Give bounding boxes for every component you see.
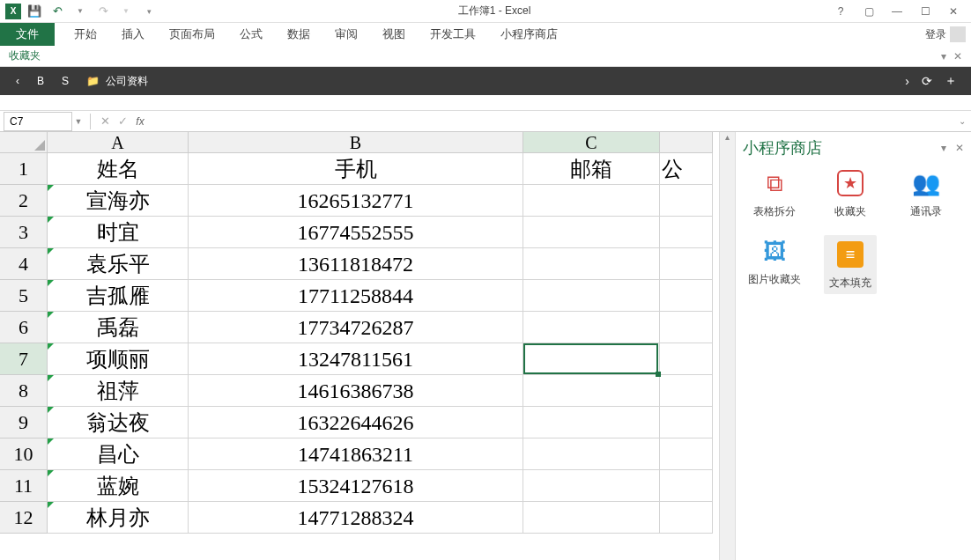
cell[interactable]: 16265132771	[189, 185, 523, 217]
cell[interactable]	[523, 280, 660, 312]
cell[interactable]: 13611818472	[189, 248, 523, 280]
cell[interactable]	[660, 280, 713, 312]
favbar-close-icon[interactable]: ✕	[953, 50, 962, 63]
cell[interactable]: 14771288324	[189, 502, 523, 534]
cell[interactable]: 15324127618	[189, 470, 523, 502]
accept-formula-icon[interactable]: ✓	[114, 114, 131, 128]
formula-input[interactable]	[149, 112, 953, 131]
row-header[interactable]: 6	[0, 312, 48, 343]
cell[interactable]	[660, 217, 713, 248]
row-header[interactable]: 4	[0, 248, 48, 280]
cell[interactable]: 姓名	[48, 153, 189, 185]
row-header[interactable]: 10	[0, 438, 48, 470]
vertical-scrollbar[interactable]: ▴	[719, 132, 735, 560]
row-header[interactable]: 12	[0, 502, 48, 534]
cell[interactable]	[523, 438, 660, 470]
row-header[interactable]: 11	[0, 470, 48, 502]
help-button[interactable]: ?	[830, 3, 851, 20]
cell[interactable]: 祖萍	[48, 375, 189, 407]
tab-review[interactable]: 审阅	[322, 23, 370, 46]
tab-data[interactable]: 数据	[275, 23, 322, 46]
cell[interactable]: 袁乐平	[48, 248, 189, 280]
app-item-pic[interactable]: 🖼图片收藏夹	[748, 235, 801, 294]
tab-insert[interactable]: 插入	[109, 23, 157, 46]
cell[interactable]	[523, 248, 660, 280]
nav-forward-icon[interactable]: ›	[905, 74, 909, 88]
undo-dropdown[interactable]: ▼	[70, 2, 90, 21]
app-item-text[interactable]: ≡文本填充	[824, 235, 877, 294]
row-header[interactable]: 3	[0, 217, 48, 248]
col-header-b[interactable]: B	[189, 132, 523, 153]
col-header-a[interactable]: A	[48, 132, 189, 153]
row-header[interactable]: 2	[0, 185, 48, 217]
cell[interactable]: 禹磊	[48, 312, 189, 343]
nav-back-icon[interactable]: ‹	[7, 75, 28, 87]
qat-customize[interactable]: ▾	[139, 2, 159, 21]
tab-formula[interactable]: 公式	[227, 23, 275, 46]
cell[interactable]: 时宜	[48, 217, 189, 248]
cell[interactable]: 14616386738	[189, 375, 523, 407]
breadcrumb-folder[interactable]: 📁 公司资料	[78, 74, 157, 89]
cell[interactable]	[660, 502, 713, 534]
breadcrumb-s[interactable]: S	[53, 75, 78, 87]
cell[interactable]	[660, 343, 713, 375]
formula-expand-icon[interactable]: ⌄	[953, 116, 971, 126]
cell[interactable]	[523, 470, 660, 502]
maximize-button[interactable]: ☐	[915, 3, 936, 20]
row-header[interactable]: 7	[0, 343, 48, 375]
cell[interactable]: 16322644626	[189, 407, 523, 438]
app-item-contact[interactable]: 👥通讯录	[900, 167, 952, 219]
ribbon-display-button[interactable]: ▢	[858, 3, 879, 20]
app-item-split[interactable]: ⧉表格拆分	[748, 167, 801, 219]
undo-button[interactable]: ↶	[48, 2, 67, 21]
app-item-fav[interactable]: ★收藏夹	[824, 167, 877, 219]
cell[interactable]	[523, 407, 660, 438]
row-header[interactable]: 5	[0, 280, 48, 312]
save-button[interactable]: 💾	[25, 2, 44, 21]
cell[interactable]	[523, 312, 660, 343]
cell[interactable]: 项顺丽	[48, 343, 189, 375]
cell[interactable]: 蓝婉	[48, 470, 189, 502]
tab-home[interactable]: 开始	[62, 23, 109, 46]
tab-layout[interactable]: 页面布局	[157, 23, 227, 46]
cell[interactable]	[660, 375, 713, 407]
cell[interactable]	[660, 312, 713, 343]
cell[interactable]: 手机	[189, 153, 523, 185]
fx-icon[interactable]: fx	[131, 115, 149, 128]
cell[interactable]	[523, 185, 660, 217]
cell[interactable]: 昌心	[48, 438, 189, 470]
redo-dropdown[interactable]: ▼	[116, 2, 136, 21]
cell[interactable]: 14741863211	[189, 438, 523, 470]
cell[interactable]	[523, 343, 660, 375]
tab-view[interactable]: 视图	[370, 23, 418, 46]
row-header[interactable]: 1	[0, 153, 48, 185]
cell[interactable]	[523, 502, 660, 534]
row-header[interactable]: 8	[0, 375, 48, 407]
tab-appstore[interactable]: 小程序商店	[488, 23, 570, 46]
panel-close-icon[interactable]: ✕	[955, 142, 964, 154]
cell[interactable]	[523, 375, 660, 407]
cell[interactable]: 17734726287	[189, 312, 523, 343]
cell[interactable]	[660, 407, 713, 438]
add-icon[interactable]: ＋	[945, 73, 957, 89]
tab-file[interactable]: 文件	[0, 23, 55, 46]
minimize-button[interactable]: —	[886, 3, 908, 20]
close-button[interactable]: ✕	[943, 3, 964, 20]
cell[interactable]: 邮箱	[523, 153, 660, 185]
select-all-corner[interactable]	[0, 132, 48, 153]
cell[interactable]: 林月亦	[48, 502, 189, 534]
cell[interactable]: 16774552555	[189, 217, 523, 248]
breadcrumb-b[interactable]: B	[28, 75, 53, 87]
cell[interactable]	[523, 217, 660, 248]
scroll-up-icon[interactable]: ▴	[720, 132, 735, 146]
cell[interactable]	[660, 438, 713, 470]
tab-developer[interactable]: 开发工具	[418, 23, 488, 46]
favbar-dropdown-icon[interactable]: ▾	[941, 50, 946, 63]
cell[interactable]: 17711258844	[189, 280, 523, 312]
name-box-dropdown[interactable]: ▼	[72, 117, 85, 126]
cell[interactable]: 13247811561	[189, 343, 523, 375]
row-header[interactable]: 9	[0, 407, 48, 438]
col-header-c[interactable]: C	[523, 132, 660, 153]
col-header-d[interactable]	[660, 132, 713, 153]
cell[interactable]	[660, 185, 713, 217]
